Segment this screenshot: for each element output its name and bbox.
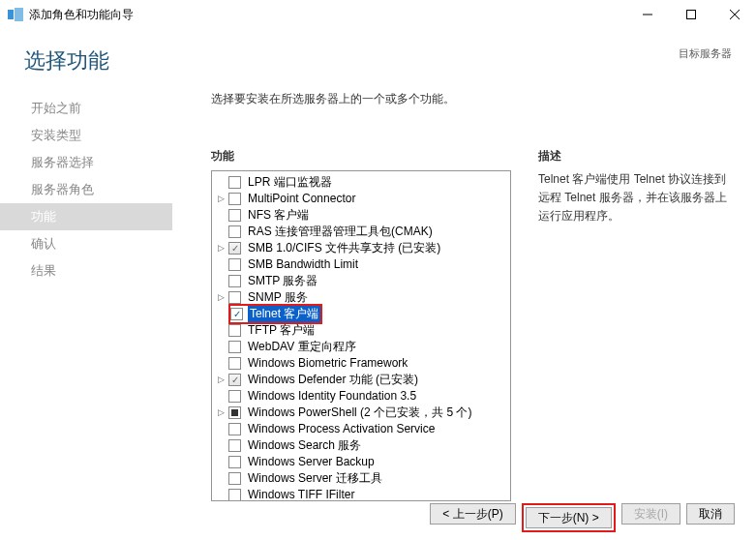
svg-rect-0 xyxy=(8,10,14,19)
feature-checkbox[interactable] xyxy=(228,275,241,287)
features-listbox[interactable]: LPR 端口监视器▷MultiPoint ConnectorNFS 客户端RAS… xyxy=(211,170,511,501)
feature-label: TFTP 客户端 xyxy=(246,322,317,339)
feature-checkbox[interactable] xyxy=(228,258,241,271)
feature-row[interactable]: NFS 客户端 xyxy=(216,207,510,224)
sidebar-item[interactable]: 开始之前 xyxy=(0,95,172,122)
feature-checkbox[interactable] xyxy=(230,308,243,320)
feature-row[interactable]: ▷Windows Defender 功能 (已安装) xyxy=(216,372,510,388)
feature-checkbox[interactable] xyxy=(228,291,241,304)
expand-icon[interactable]: ▷ xyxy=(216,375,227,385)
feature-checkbox[interactable] xyxy=(228,406,241,419)
feature-row[interactable]: ▷SMB 1.0/CIFS 文件共享支持 (已安装) xyxy=(216,240,510,256)
sidebar-item[interactable]: 安装类型 xyxy=(0,122,172,149)
features-label: 功能 xyxy=(211,148,511,165)
feature-label: Telnet 客户端 xyxy=(248,306,320,322)
minimize-button[interactable] xyxy=(625,1,669,28)
feature-checkbox[interactable] xyxy=(228,423,241,435)
feature-label: Windows Search 服务 xyxy=(246,437,363,454)
feature-label: Windows Biometric Framework xyxy=(246,355,409,372)
feature-row[interactable]: Windows Biometric Framework xyxy=(216,355,510,372)
feature-row[interactable]: Windows Search 服务 xyxy=(216,437,510,454)
feature-checkbox[interactable] xyxy=(228,489,241,501)
app-icon xyxy=(8,8,23,21)
wizard-sidebar: 开始之前安装类型服务器选择服务器角色功能确认结果 xyxy=(0,83,172,501)
feature-checkbox[interactable] xyxy=(228,374,241,386)
feature-row[interactable]: WebDAV 重定向程序 xyxy=(216,339,510,355)
feature-checkbox[interactable] xyxy=(228,456,241,468)
feature-label: RAS 连接管理器管理工具包(CMAK) xyxy=(246,224,435,240)
description-text: Telnet 客户端使用 Telnet 协议连接到远程 Telnet 服务器，并… xyxy=(538,170,737,226)
sidebar-item[interactable]: 确认 xyxy=(0,230,172,257)
wizard-content: 选择要安装在所选服务器上的一个或多个功能。 功能 LPR 端口监视器▷Multi… xyxy=(172,83,756,501)
feature-label: WebDAV 重定向程序 xyxy=(246,339,358,355)
feature-checkbox[interactable] xyxy=(228,225,241,238)
feature-row[interactable]: RAS 连接管理器管理工具包(CMAK) xyxy=(216,224,510,240)
feature-row[interactable]: ▷Windows PowerShell (2 个已安装，共 5 个) xyxy=(216,405,510,421)
description-column: 描述 Telnet 客户端使用 Telnet 协议连接到远程 Telnet 服务… xyxy=(538,148,737,501)
wizard-header: 选择功能 目标服务器 xyxy=(0,29,756,83)
feature-checkbox[interactable] xyxy=(228,390,241,403)
sidebar-item[interactable]: 结果 xyxy=(0,257,172,285)
feature-checkbox[interactable] xyxy=(228,357,241,370)
expand-icon[interactable]: ▷ xyxy=(216,243,227,254)
feature-checkbox[interactable] xyxy=(228,439,241,452)
window-buttons xyxy=(625,1,756,28)
install-button[interactable]: 安装(I) xyxy=(621,503,680,525)
intro-text: 选择要安装在所选服务器上的一个或多个功能。 xyxy=(211,91,737,107)
svg-rect-1 xyxy=(15,8,23,21)
page-title: 选择功能 xyxy=(24,46,109,75)
window-title: 添加角色和功能向导 xyxy=(29,7,134,23)
feature-label: Windows Server Backup xyxy=(246,454,377,470)
wizard-footer: < 上一步(P) 下一步(N) > 安装(I) 取消 xyxy=(430,503,735,532)
title-bar: 添加角色和功能向导 xyxy=(0,0,756,29)
feature-row[interactable]: Telnet 客户端 xyxy=(216,306,510,322)
feature-label: Windows Process Activation Service xyxy=(246,421,437,437)
feature-checkbox[interactable] xyxy=(228,242,241,255)
feature-label: MultiPoint Connector xyxy=(246,191,357,207)
feature-label: Windows Identity Foundation 3.5 xyxy=(246,388,418,405)
wizard-body: 开始之前安装类型服务器选择服务器角色功能确认结果 选择要安装在所选服务器上的一个… xyxy=(0,83,756,501)
features-column: 功能 LPR 端口监视器▷MultiPoint ConnectorNFS 客户端… xyxy=(211,148,511,501)
feature-checkbox[interactable] xyxy=(228,341,241,353)
description-label: 描述 xyxy=(538,148,737,165)
feature-label: Windows TIFF IFilter xyxy=(246,487,356,501)
feature-row[interactable]: LPR 端口监视器 xyxy=(216,174,510,191)
feature-label: Windows Server 迁移工具 xyxy=(246,470,384,487)
feature-label: SMB Bandwidth Limit xyxy=(246,256,360,273)
feature-row[interactable]: SMTP 服务器 xyxy=(216,273,510,289)
expand-icon[interactable]: ▷ xyxy=(216,292,227,303)
feature-label: LPR 端口监视器 xyxy=(246,174,334,191)
feature-checkbox[interactable] xyxy=(228,324,241,337)
feature-label: Windows PowerShell (2 个已安装，共 5 个) xyxy=(246,405,473,421)
cancel-button[interactable]: 取消 xyxy=(686,503,735,525)
feature-row[interactable]: ▷MultiPoint Connector xyxy=(216,191,510,207)
feature-checkbox[interactable] xyxy=(228,472,241,485)
feature-label: SMB 1.0/CIFS 文件共享支持 (已安装) xyxy=(246,240,442,256)
feature-row[interactable]: Windows Server 迁移工具 xyxy=(216,470,510,487)
previous-button[interactable]: < 上一步(P) xyxy=(430,503,515,525)
feature-label: SMTP 服务器 xyxy=(246,273,319,289)
feature-checkbox[interactable] xyxy=(228,193,241,205)
feature-highlight: Telnet 客户端 xyxy=(228,304,322,324)
feature-row[interactable]: SMB Bandwidth Limit xyxy=(216,256,510,273)
expand-icon[interactable]: ▷ xyxy=(216,194,227,204)
next-button[interactable]: 下一步(N) > xyxy=(526,507,612,528)
sidebar-item[interactable]: 服务器角色 xyxy=(0,176,172,203)
destination-server-label: 目标服务器 xyxy=(679,46,732,61)
feature-label: NFS 客户端 xyxy=(246,207,311,224)
feature-checkbox[interactable] xyxy=(228,176,241,189)
sidebar-item[interactable]: 服务器选择 xyxy=(0,149,172,176)
expand-icon[interactable]: ▷ xyxy=(216,407,227,418)
feature-row[interactable]: Windows Server Backup xyxy=(216,454,510,470)
feature-row[interactable]: Windows Process Activation Service xyxy=(216,421,510,437)
sidebar-item[interactable]: 功能 xyxy=(0,203,172,230)
svg-rect-3 xyxy=(686,11,695,19)
maximize-button[interactable] xyxy=(669,1,712,28)
feature-row[interactable]: TFTP 客户端 xyxy=(216,322,510,339)
feature-checkbox[interactable] xyxy=(228,209,241,222)
feature-row[interactable]: Windows TIFF IFilter xyxy=(216,487,510,501)
feature-label: Windows Defender 功能 (已安装) xyxy=(246,372,420,388)
next-button-highlight: 下一步(N) > xyxy=(522,503,616,532)
close-button[interactable] xyxy=(712,1,756,28)
feature-row[interactable]: Windows Identity Foundation 3.5 xyxy=(216,388,510,405)
